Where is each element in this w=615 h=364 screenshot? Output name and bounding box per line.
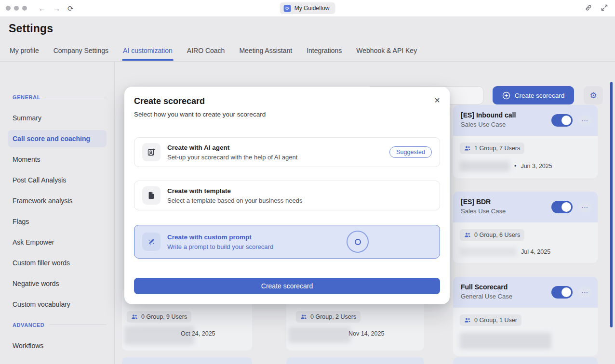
browser-tab-title: My Guideflow: [294, 5, 330, 12]
user-plus-icon: [142, 143, 160, 161]
redacted-text: [460, 247, 517, 256]
option-create-with-ai-agent[interactable]: Create with AI agent Set-up your scoreca…: [134, 137, 440, 167]
tab-airo-coach[interactable]: AIRO Coach: [187, 47, 225, 60]
option-title: Create with AI agent: [167, 144, 297, 151]
users-icon: [464, 317, 471, 323]
tab-ai-customization[interactable]: AI customization: [123, 47, 173, 60]
scorecard-enabled-toggle[interactable]: [551, 201, 573, 213]
window-controls: [6, 6, 27, 11]
option-title: Create with custom prompt: [167, 234, 273, 241]
create-scorecard-label: Create scorecard: [515, 92, 565, 99]
bullet-separator: •: [514, 163, 516, 169]
modal-title: Create scorecard: [134, 96, 440, 106]
sidebar-item-call-score-and-coaching[interactable]: Call score and coaching: [8, 130, 107, 147]
scorecard-card-bdr[interactable]: [ES] BDR Sales Use Case ⋯ 0 Group, 6 Use…: [453, 192, 598, 263]
users-icon: [131, 314, 138, 320]
tab-webhook-api-key[interactable]: Webhook & API Key: [356, 47, 417, 60]
create-scorecard-button[interactable]: Create scorecard: [493, 86, 574, 104]
window-dot: [6, 6, 11, 11]
settings-tabs: My profile Company Settings AI customiza…: [10, 47, 417, 60]
sidebar-item-workflows[interactable]: Workflows: [8, 337, 107, 354]
back-icon[interactable]: ←: [39, 5, 46, 12]
window-dot: [14, 6, 19, 11]
card-menu-button[interactable]: ⋯: [578, 202, 592, 212]
users-icon: [300, 314, 307, 320]
scorecard-card-full-scorecard[interactable]: Full Scorecard General Use Case ⋯ 0 Grou…: [453, 277, 598, 356]
next-card-peek: [453, 357, 598, 364]
click-indicator-icon: [347, 231, 369, 253]
option-description: Set-up your scorecard with the help of A…: [167, 154, 297, 161]
next-card-peek: [286, 357, 424, 364]
sidebar-section-advanced: ADVANCED: [8, 322, 107, 328]
tab-integrations[interactable]: Integrations: [307, 47, 342, 60]
card-menu-button[interactable]: ⋯: [578, 287, 592, 298]
document-icon: [142, 186, 160, 205]
card-date: Oct 24, 2025: [181, 330, 215, 337]
gear-icon: ⚙: [589, 91, 597, 101]
vertical-scrollbar[interactable]: [610, 82, 613, 327]
close-icon[interactable]: ×: [434, 95, 440, 105]
scorecard-enabled-toggle[interactable]: [551, 286, 573, 299]
sidebar-item-custom-vocabulary[interactable]: Custom vocabulary: [8, 296, 107, 313]
modal-subtitle: Select how you want to create your score…: [134, 111, 440, 118]
link-icon[interactable]: [585, 4, 592, 12]
tab-my-profile[interactable]: My profile: [10, 47, 39, 60]
expand-icon[interactable]: [601, 4, 608, 12]
users-icon: [464, 232, 471, 238]
option-title: Create with template: [167, 187, 302, 195]
groups-users-chip: 0 Group, 6 Users: [460, 229, 524, 241]
option-description: Select a template based on your business…: [167, 197, 302, 204]
redacted-text: [288, 327, 351, 343]
sidebar-section-general: GENERAL: [8, 94, 107, 100]
sidebar-item-summary[interactable]: Summary: [8, 109, 107, 127]
groups-users-chip: 1 Group, 7 Users: [460, 143, 524, 154]
magic-pen-icon: [142, 233, 160, 251]
tab-company-settings[interactable]: Company Settings: [53, 47, 108, 60]
card-date: Jun 3, 2025: [521, 163, 552, 169]
card-menu-button[interactable]: ⋯: [578, 115, 592, 126]
scorecard-card-inbound-call[interactable]: [ES] Inbound call Sales Use Case ⋯ 1 Gro…: [453, 105, 598, 178]
browser-chrome: ← → ⟳ ⟳ My Guideflow: [0, 0, 615, 17]
groups-users-chip: 0 Group, 1 User: [460, 314, 521, 326]
option-description: Write a prompt to build your scorecard: [167, 243, 273, 250]
window-dot: [22, 6, 27, 11]
guideflow-logo-icon: ⟳: [284, 5, 291, 12]
sidebar-item-custom-filler-words[interactable]: Custom filler words: [8, 254, 107, 272]
groups-users-chip: 0 Group, 9 Users: [127, 311, 191, 323]
plus-circle-icon: [502, 91, 510, 100]
sidebar-item-flags[interactable]: Flags: [8, 213, 107, 230]
scorecard-settings-button[interactable]: ⚙: [584, 86, 603, 104]
groups-users-chip: 0 Group, 2 Users: [296, 311, 361, 323]
card-date: Jul 4, 2025: [521, 248, 550, 255]
settings-sidebar: GENERAL Summary Call score and coaching …: [0, 62, 115, 364]
scorecard-enabled-toggle[interactable]: [551, 114, 573, 127]
option-create-with-template[interactable]: Create with template Select a template b…: [134, 181, 440, 210]
modal-create-scorecard-button[interactable]: Create scorecard: [134, 278, 440, 294]
card-date: Nov 14, 2025: [348, 330, 384, 337]
forward-icon[interactable]: →: [53, 5, 60, 12]
suggested-badge: Suggested: [389, 146, 432, 158]
sidebar-item-post-call-analysis[interactable]: Post Call Analysis: [8, 171, 107, 189]
reload-icon[interactable]: ⟳: [67, 5, 74, 12]
sidebar-item-framework-analysis[interactable]: Framework analysis: [8, 192, 107, 209]
create-scorecard-modal: Create scorecard Select how you want to …: [124, 87, 450, 304]
screen: ← → ⟳ ⟳ My Guideflow Settings My profile…: [0, 0, 615, 364]
sidebar-item-ask-empower[interactable]: Ask Empower: [8, 234, 107, 251]
browser-tab[interactable]: ⟳ My Guideflow: [280, 2, 335, 14]
tab-meeting-assistant[interactable]: Meeting Assistant: [239, 47, 292, 60]
redacted-text: [460, 333, 551, 349]
next-card-peek: [122, 357, 252, 364]
redacted-text: [460, 161, 510, 171]
sidebar-item-negative-words[interactable]: Negative words: [8, 275, 107, 292]
users-icon: [464, 145, 471, 151]
sidebar-item-moments[interactable]: Moments: [8, 151, 107, 168]
option-create-with-custom-prompt[interactable]: Create with custom prompt Write a prompt…: [134, 225, 440, 259]
page-title: Settings: [9, 22, 53, 35]
